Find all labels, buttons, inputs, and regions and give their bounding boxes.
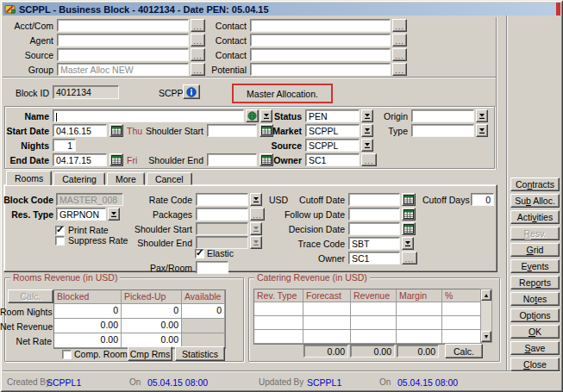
contact2-lov-button[interactable]: ... (392, 34, 407, 47)
acct-com-field[interactable] (57, 19, 189, 32)
tab-owner-lov-button[interactable]: ... (402, 252, 417, 264)
grid-button[interactable]: Grid (510, 243, 560, 257)
catering-calc-button[interactable]: Calc. (445, 344, 483, 358)
source-lov-button[interactable]: ... (191, 48, 205, 61)
tab-rooms[interactable]: Rooms (6, 171, 52, 185)
comp-rooms-checkbox[interactable] (62, 350, 72, 359)
catering-cell[interactable] (254, 302, 303, 316)
pax-room-field[interactable] (196, 261, 228, 274)
start-date-field[interactable]: 04.16.15 (53, 124, 107, 137)
catering-cell[interactable] (442, 330, 481, 344)
scroll-down-button[interactable]: ▼ (481, 331, 491, 342)
shoulder-start-field[interactable] (207, 124, 257, 137)
source-code-field[interactable]: SCPPL (305, 139, 360, 152)
catering-cell[interactable] (351, 330, 397, 344)
acct-com-lov-button[interactable]: ... (191, 19, 205, 32)
contact3-field[interactable] (250, 48, 391, 61)
cutoff-days-field[interactable]: 0 (471, 193, 494, 206)
potential-field[interactable] (250, 63, 391, 76)
catering-cell[interactable] (351, 316, 397, 330)
cell-room-nights-blocked[interactable]: 0 (54, 304, 122, 319)
elastic-checkbox[interactable]: ✓ (195, 249, 204, 258)
catering-cell[interactable] (303, 330, 351, 344)
suppress-rate-checkbox[interactable] (55, 236, 65, 246)
catering-table-scrollbar[interactable]: ▲ ▼ (480, 289, 492, 343)
close-button[interactable]: Close (510, 358, 560, 371)
catering-cell[interactable] (442, 316, 481, 330)
decision-date-calendar-button[interactable] (402, 222, 416, 235)
contact2-field[interactable] (250, 34, 391, 47)
sub-alloc-button[interactable]: Sub Alloc. (510, 194, 560, 208)
origin-dropdown-button[interactable] (476, 109, 488, 122)
nights-field[interactable]: 1 (53, 139, 76, 152)
tab-owner-field[interactable]: SC1 (348, 252, 400, 264)
potential-lov-button[interactable]: ... (392, 63, 407, 76)
start-date-calendar-button[interactable] (109, 124, 123, 137)
follow-up-date-field[interactable] (348, 208, 400, 221)
agent-lov-button[interactable]: ... (191, 34, 205, 47)
events-button[interactable]: Events (510, 259, 560, 273)
cutoff-date-calendar-button[interactable] (402, 193, 416, 206)
ok-button[interactable]: OK (510, 325, 560, 339)
catering-cell[interactable] (397, 316, 442, 330)
cutoff-date-field[interactable] (348, 193, 400, 206)
catering-cell[interactable] (303, 302, 351, 316)
titlebar[interactable]: SCPPL - Business Block - 4012134 - Date … (3, 3, 560, 16)
statistics-button[interactable]: Statistics (175, 346, 225, 361)
shoulder-end-field[interactable] (207, 153, 257, 166)
catering-cell[interactable] (442, 302, 481, 316)
cmp-rms-button[interactable]: Cmp Rms (128, 346, 172, 361)
catering-cell[interactable] (397, 302, 442, 316)
save-button[interactable]: Save (510, 341, 560, 355)
res-type-field[interactable]: GRPNON (56, 208, 106, 221)
trace-code-dropdown-button[interactable] (402, 237, 414, 250)
rate-code-dropdown-button[interactable] (250, 193, 262, 206)
name-globe-button[interactable] (246, 109, 259, 122)
tab-catering[interactable]: Catering (53, 172, 105, 185)
notes-button[interactable]: Notes (510, 292, 560, 306)
print-rate-checkbox[interactable]: ✓ (55, 226, 65, 235)
packages-lov-button[interactable]: ... (250, 208, 265, 221)
decision-date-field[interactable] (348, 222, 400, 235)
cell-net-rate-blocked[interactable]: 0.00 (54, 333, 122, 348)
source-field[interactable] (57, 48, 189, 61)
name-field[interactable] (53, 109, 244, 122)
catering-cell[interactable] (303, 316, 351, 330)
tab-cancel[interactable]: Cancel (147, 172, 192, 185)
contact1-field[interactable] (250, 19, 391, 32)
packages-field[interactable] (196, 208, 248, 221)
cell-room-nights-picked[interactable]: 0 (122, 304, 182, 319)
catering-cell[interactable] (254, 330, 303, 344)
status-field[interactable]: PEN (305, 109, 360, 122)
group-lov-button[interactable]: ... (191, 63, 205, 76)
cell-room-nights-available[interactable]: 0 (182, 304, 225, 319)
group-field[interactable]: Master Alloc NEW (57, 63, 189, 76)
rate-code-field[interactable] (196, 193, 248, 206)
catering-cell[interactable] (397, 330, 442, 344)
contact1-lov-button[interactable]: ... (392, 19, 407, 32)
contracts-button[interactable]: Contracts (510, 177, 560, 191)
end-date-field[interactable]: 04.17.15 (53, 153, 107, 166)
reports-button[interactable]: Reports (510, 276, 560, 289)
type-dropdown-button[interactable] (476, 124, 488, 137)
tab-more[interactable]: More (107, 172, 145, 185)
origin-field[interactable] (411, 109, 474, 122)
info-button[interactable] (183, 84, 200, 99)
options-button[interactable]: Options (510, 308, 560, 322)
type-field[interactable] (411, 124, 474, 137)
res-type-dropdown-button[interactable] (108, 208, 120, 221)
cell-net-revenue-blocked[interactable]: 0.00 (54, 319, 122, 333)
catering-cell[interactable] (254, 316, 303, 330)
close-button-fragment[interactable] (556, 3, 560, 16)
catering-cell[interactable] (351, 302, 397, 316)
follow-up-calendar-button[interactable] (402, 208, 416, 221)
cell-net-revenue-picked[interactable]: 0.00 (122, 319, 182, 333)
trace-code-field[interactable]: SBT (348, 237, 400, 250)
owner-field[interactable]: SC1 (305, 153, 360, 166)
scroll-up-button[interactable]: ▲ (481, 289, 491, 301)
activities-button[interactable]: Activities (510, 210, 560, 224)
market-field[interactable]: SCPPL (305, 124, 360, 137)
end-date-calendar-button[interactable] (109, 153, 123, 166)
source-dropdown-button[interactable] (361, 139, 373, 152)
agent-field[interactable] (57, 34, 189, 47)
